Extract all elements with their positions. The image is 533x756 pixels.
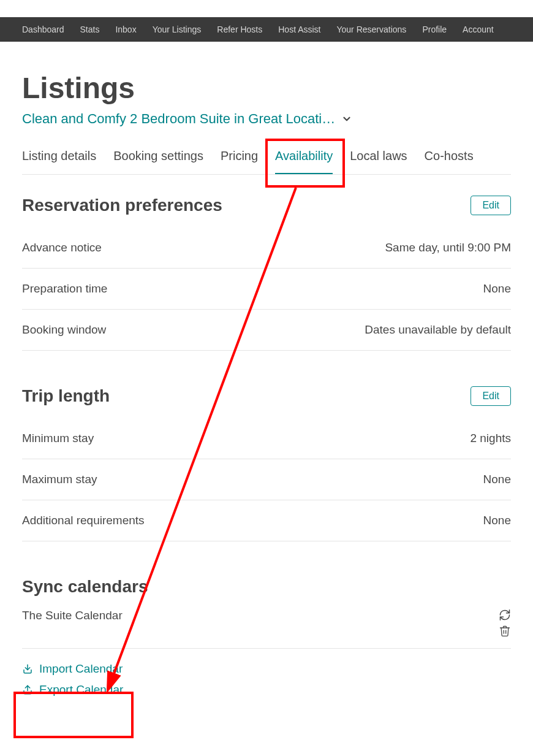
additional-requirements-row: Additional requirements None bbox=[22, 500, 511, 541]
booking-window-value: Dates unavailable by default bbox=[365, 323, 511, 337]
booking-window-row: Booking window Dates unavailable by defa… bbox=[22, 310, 511, 351]
page-content: Listings Clean and Comfy 2 Bedroom Suite… bbox=[0, 42, 533, 756]
edit-reservation-button[interactable]: Edit bbox=[471, 196, 511, 215]
tab-booking-settings[interactable]: Booking settings bbox=[113, 149, 203, 174]
preparation-time-label: Preparation time bbox=[22, 282, 107, 296]
nav-host-assist[interactable]: Host Assist bbox=[278, 25, 320, 34]
advance-notice-row: Advance notice Same day, until 9:00 PM bbox=[22, 227, 511, 269]
maximum-stay-label: Maximum stay bbox=[22, 473, 97, 486]
export-icon bbox=[22, 684, 33, 695]
chevron-down-icon bbox=[341, 113, 352, 124]
advance-notice-label: Advance notice bbox=[22, 241, 102, 254]
tab-local-laws[interactable]: Local laws bbox=[350, 149, 407, 174]
minimum-stay-row: Minimum stay 2 nights bbox=[22, 418, 511, 459]
sync-calendars-section: Sync calendars The Suite Calendar Import… bbox=[22, 577, 511, 700]
calendar-row: The Suite Calendar bbox=[22, 609, 511, 649]
additional-requirements-value: None bbox=[483, 514, 511, 527]
tab-pricing[interactable]: Pricing bbox=[221, 149, 258, 174]
maximum-stay-row: Maximum stay None bbox=[22, 459, 511, 500]
sync-icon[interactable] bbox=[499, 609, 511, 621]
nav-your-listings[interactable]: Your Listings bbox=[153, 25, 202, 34]
export-calendar-label: Export Calendar bbox=[39, 683, 123, 697]
trash-icon[interactable] bbox=[499, 625, 511, 637]
additional-requirements-label: Additional requirements bbox=[22, 514, 145, 527]
listing-selector[interactable]: Clean and Comfy 2 Bedroom Suite in Great… bbox=[22, 111, 352, 127]
listing-tabs: Listing details Booking settings Pricing… bbox=[22, 149, 511, 175]
nav-account[interactable]: Account bbox=[463, 25, 494, 34]
preparation-time-value: None bbox=[483, 282, 511, 296]
calendar-name: The Suite Calendar bbox=[22, 609, 123, 622]
maximum-stay-value: None bbox=[483, 473, 511, 486]
page-title: Listings bbox=[22, 71, 511, 105]
trip-length-section: Trip length Edit Minimum stay 2 nights M… bbox=[22, 386, 511, 541]
nav-your-reservations[interactable]: Your Reservations bbox=[336, 25, 406, 34]
minimum-stay-label: Minimum stay bbox=[22, 432, 94, 445]
edit-trip-button[interactable]: Edit bbox=[471, 386, 511, 406]
reservation-preferences-section: Reservation preferences Edit Advance not… bbox=[22, 196, 511, 351]
advance-notice-value: Same day, until 9:00 PM bbox=[385, 241, 511, 254]
tab-listing-details[interactable]: Listing details bbox=[22, 149, 96, 174]
sync-calendars-title: Sync calendars bbox=[22, 577, 148, 597]
nav-inbox[interactable]: Inbox bbox=[115, 25, 136, 34]
nav-refer-hosts[interactable]: Refer Hosts bbox=[217, 25, 262, 34]
tab-co-hosts[interactable]: Co-hosts bbox=[425, 149, 474, 174]
listing-name: Clean and Comfy 2 Bedroom Suite in Great… bbox=[22, 111, 335, 127]
nav-dashboard[interactable]: Dashboard bbox=[22, 25, 64, 34]
nav-profile[interactable]: Profile bbox=[422, 25, 447, 34]
minimum-stay-value: 2 nights bbox=[470, 432, 511, 445]
preparation-time-row: Preparation time None bbox=[22, 269, 511, 310]
trip-length-title: Trip length bbox=[22, 386, 110, 406]
tab-availability[interactable]: Availability bbox=[275, 149, 333, 174]
top-nav: Dashboard Stats Inbox Your Listings Refe… bbox=[0, 17, 533, 42]
nav-stats[interactable]: Stats bbox=[80, 25, 100, 34]
import-calendar-label: Import Calendar bbox=[39, 662, 123, 676]
booking-window-label: Booking window bbox=[22, 323, 106, 337]
import-calendar-link[interactable]: Import Calendar bbox=[22, 659, 511, 679]
import-icon bbox=[22, 663, 33, 674]
reservation-preferences-title: Reservation preferences bbox=[22, 196, 222, 215]
export-calendar-link[interactable]: Export Calendar bbox=[22, 679, 511, 700]
